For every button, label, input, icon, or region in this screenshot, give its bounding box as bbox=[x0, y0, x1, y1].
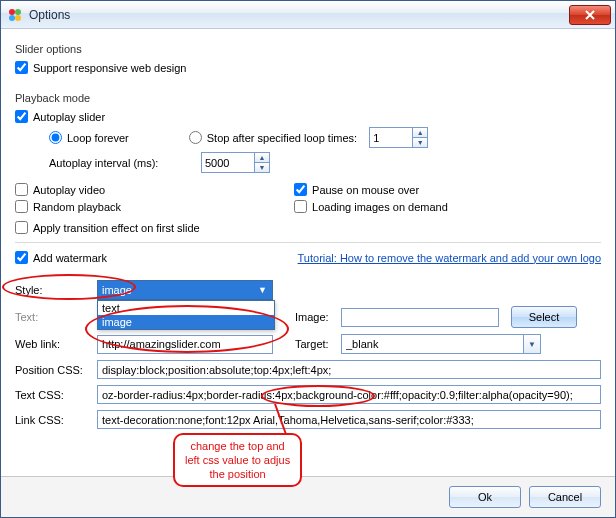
stop-after-label: Stop after specified loop times: bbox=[207, 132, 357, 144]
annotation-line3: the position bbox=[209, 468, 265, 480]
support-responsive-checkbox[interactable]: Support responsive web design bbox=[15, 61, 186, 74]
spin-down-icon[interactable]: ▼ bbox=[255, 163, 269, 172]
autoplay-video-input[interactable] bbox=[15, 183, 28, 196]
cancel-button[interactable]: Cancel bbox=[529, 486, 601, 508]
slider-options-title: Slider options bbox=[15, 43, 601, 55]
loop-forever-radio[interactable]: Loop forever bbox=[49, 131, 129, 144]
support-responsive-label: Support responsive web design bbox=[33, 62, 186, 74]
chevron-down-icon: ▼ bbox=[255, 285, 270, 295]
spin-up-icon[interactable]: ▲ bbox=[255, 153, 269, 163]
loop-forever-label: Loop forever bbox=[67, 132, 129, 144]
tutorial-link[interactable]: Tutorial: How to remove the watermark an… bbox=[298, 252, 601, 264]
loading-images-input[interactable] bbox=[294, 200, 307, 213]
image-label: Image: bbox=[295, 311, 341, 323]
titlebar: Options bbox=[1, 1, 615, 29]
autoplay-video-label: Autoplay video bbox=[33, 184, 105, 196]
image-input[interactable] bbox=[341, 308, 499, 327]
autoplay-slider-input[interactable] bbox=[15, 110, 28, 123]
style-option-text[interactable]: text bbox=[98, 301, 274, 315]
style-select-value: image bbox=[102, 284, 132, 296]
link-css-input[interactable] bbox=[97, 410, 601, 429]
interval-input[interactable] bbox=[202, 156, 254, 170]
stop-after-input[interactable] bbox=[189, 131, 202, 144]
interval-label: Autoplay interval (ms): bbox=[49, 157, 201, 169]
text-label: Text: bbox=[15, 311, 97, 323]
style-select[interactable]: image ▼ bbox=[97, 280, 273, 300]
style-dropdown[interactable]: text image bbox=[97, 300, 275, 330]
divider bbox=[15, 242, 601, 243]
random-playback-input[interactable] bbox=[15, 200, 28, 213]
weblink-input[interactable] bbox=[97, 335, 273, 354]
support-responsive-input[interactable] bbox=[15, 61, 28, 74]
apply-transition-input[interactable] bbox=[15, 221, 28, 234]
spin-down-icon[interactable]: ▼ bbox=[413, 138, 427, 147]
stop-after-radio[interactable]: Stop after specified loop times: bbox=[189, 131, 357, 144]
loop-times-spinner[interactable]: ▲▼ bbox=[369, 127, 428, 148]
add-watermark-label: Add watermark bbox=[33, 252, 107, 264]
close-icon bbox=[584, 10, 596, 20]
pause-on-mouse-checkbox[interactable]: Pause on mouse over bbox=[294, 183, 419, 196]
content-area: Slider options Support responsive web de… bbox=[1, 29, 615, 429]
random-playback-label: Random playback bbox=[33, 201, 121, 213]
target-combo[interactable]: ▼ bbox=[341, 334, 541, 354]
loop-times-spin[interactable]: ▲▼ bbox=[412, 128, 427, 147]
loading-images-label: Loading images on demand bbox=[312, 201, 448, 213]
target-input[interactable] bbox=[342, 335, 523, 353]
close-button[interactable] bbox=[569, 5, 611, 25]
autoplay-slider-checkbox[interactable]: Autoplay slider bbox=[15, 110, 105, 123]
apply-transition-label: Apply transition effect on first slide bbox=[33, 222, 200, 234]
svg-point-2 bbox=[9, 15, 15, 21]
svg-point-1 bbox=[15, 9, 21, 15]
weblink-label: Web link: bbox=[15, 338, 97, 350]
autoplay-slider-label: Autoplay slider bbox=[33, 111, 105, 123]
interval-spinner[interactable]: ▲▼ bbox=[201, 152, 270, 173]
ok-button[interactable]: Ok bbox=[449, 486, 521, 508]
annotation-line1: change the top and bbox=[190, 440, 284, 452]
position-css-input[interactable] bbox=[97, 360, 601, 379]
playback-mode-title: Playback mode bbox=[15, 92, 601, 104]
add-watermark-checkbox[interactable]: Add watermark bbox=[15, 251, 107, 264]
loop-forever-input[interactable] bbox=[49, 131, 62, 144]
svg-point-3 bbox=[15, 15, 21, 21]
chevron-down-icon[interactable]: ▼ bbox=[523, 335, 540, 353]
link-css-label: Link CSS: bbox=[15, 414, 97, 426]
pause-on-mouse-input[interactable] bbox=[294, 183, 307, 196]
options-window: Options Slider options Support responsiv… bbox=[0, 0, 616, 518]
style-option-image[interactable]: image bbox=[98, 315, 274, 329]
apply-transition-checkbox[interactable]: Apply transition effect on first slide bbox=[15, 221, 200, 234]
style-label: Style: bbox=[15, 284, 97, 296]
footer: Ok Cancel bbox=[1, 476, 615, 517]
text-css-input[interactable] bbox=[97, 385, 601, 404]
position-css-label: Position CSS: bbox=[15, 364, 97, 376]
annotation-line2: left css value to adjus bbox=[185, 454, 290, 466]
autoplay-video-checkbox[interactable]: Autoplay video bbox=[15, 183, 105, 196]
target-label: Target: bbox=[295, 338, 341, 350]
add-watermark-input[interactable] bbox=[15, 251, 28, 264]
svg-point-0 bbox=[9, 9, 15, 15]
pause-on-mouse-label: Pause on mouse over bbox=[312, 184, 419, 196]
annotation-note: change the top and left css value to adj… bbox=[173, 433, 302, 487]
window-title: Options bbox=[29, 8, 70, 22]
loop-times-input[interactable] bbox=[370, 131, 412, 145]
app-icon bbox=[7, 7, 23, 23]
interval-spin[interactable]: ▲▼ bbox=[254, 153, 269, 172]
select-button[interactable]: Select bbox=[511, 306, 577, 328]
spin-up-icon[interactable]: ▲ bbox=[413, 128, 427, 138]
loading-images-checkbox[interactable]: Loading images on demand bbox=[294, 200, 448, 213]
random-playback-checkbox[interactable]: Random playback bbox=[15, 200, 121, 213]
text-css-label: Text CSS: bbox=[15, 389, 97, 401]
